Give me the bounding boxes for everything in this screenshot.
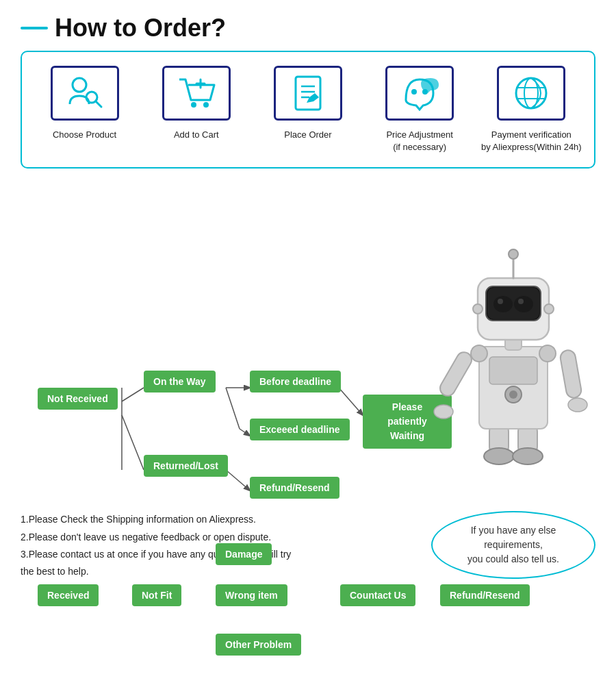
svg-point-3 — [191, 102, 196, 108]
step-icon-price-adjustment — [385, 66, 454, 121]
svg-line-17 — [122, 388, 144, 401]
svg-point-55 — [544, 304, 554, 314]
svg-point-50 — [498, 299, 503, 304]
steps-container: Choose Product Add to Cart — [21, 51, 595, 169]
svg-point-35 — [513, 448, 543, 464]
bottom-section: 1.Please Check the Shipping information … — [0, 497, 616, 594]
svg-point-34 — [484, 448, 514, 464]
svg-rect-40 — [437, 350, 474, 399]
svg-point-42 — [434, 405, 453, 419]
flow-wrong-item: Wrong item — [216, 584, 287, 606]
robot-illustration — [424, 203, 602, 477]
svg-line-18 — [122, 415, 144, 470]
svg-point-53 — [509, 249, 518, 259]
step-choose-product: Choose Product — [34, 66, 136, 141]
svg-line-22 — [226, 388, 240, 429]
step-label-choose-product: Choose Product — [53, 129, 116, 141]
step-icon-place-order — [274, 66, 342, 121]
step-label-payment-verification: Payment verification by Aliexpress(Withi… — [481, 129, 582, 153]
svg-rect-37 — [489, 357, 537, 384]
flow-refund-resend-bottom: Refund/Resend — [440, 584, 530, 606]
svg-point-13 — [516, 78, 546, 108]
svg-point-4 — [203, 102, 209, 108]
step-icon-choose-product — [51, 66, 119, 121]
flow-on-the-way: On the Way — [144, 371, 216, 393]
svg-point-11 — [411, 89, 417, 95]
step-payment-verification: Payment verification by Aliexpress(Withi… — [480, 66, 582, 153]
flow-returned-lost: Returned/Lost — [144, 455, 228, 477]
svg-rect-41 — [559, 349, 582, 399]
svg-point-56 — [471, 345, 487, 362]
flow-damage: Damage — [216, 543, 272, 565]
svg-point-54 — [473, 304, 483, 314]
svg-line-21 — [339, 388, 363, 415]
flow-before-deadline: Before deadline — [250, 371, 341, 393]
step-icon-payment-verification — [497, 66, 565, 121]
step-add-to-cart: Add to Cart — [145, 66, 248, 141]
svg-line-23 — [240, 429, 250, 436]
bubble-message: If you have any else requirements, you c… — [431, 511, 595, 579]
flowchart-section: Not Received On the Way Before deadline … — [0, 175, 616, 497]
flow-not-fit: Not Fit — [132, 584, 181, 606]
svg-point-49 — [514, 296, 533, 312]
step-place-order: Place Order — [257, 66, 359, 141]
svg-line-24 — [226, 470, 250, 490]
step-price-adjustment: Price Adjustment (if necessary) — [368, 66, 471, 153]
flow-not-received: Not Received — [38, 388, 118, 410]
flow-refund-resend-top: Refund/Resend — [250, 477, 339, 499]
svg-point-43 — [568, 398, 587, 412]
step-label-place-order: Place Order — [284, 129, 331, 141]
svg-rect-7 — [296, 77, 320, 110]
svg-point-57 — [539, 345, 556, 362]
flow-other-problem: Other Problem — [216, 634, 301, 656]
svg-point-51 — [518, 299, 524, 304]
bottom-line-1: 1.Please Check the Shipping information … — [21, 511, 418, 528]
svg-point-39 — [509, 390, 517, 399]
page-title: How to Order? — [21, 14, 595, 42]
svg-point-0 — [73, 78, 86, 92]
flow-exceed-deadline: Exceeed deadline — [250, 419, 350, 440]
step-label-price-adjustment: Price Adjustment (if necessary) — [386, 129, 453, 153]
step-icon-add-to-cart — [162, 66, 231, 121]
flow-received: Received — [38, 584, 99, 606]
how-to-order-section: How to Order? Choose Product — [0, 0, 616, 175]
svg-point-48 — [493, 296, 513, 312]
step-label-add-to-cart: Add to Cart — [174, 129, 219, 141]
flow-contact-us: Countact Us — [340, 584, 415, 606]
svg-line-2 — [96, 101, 101, 107]
